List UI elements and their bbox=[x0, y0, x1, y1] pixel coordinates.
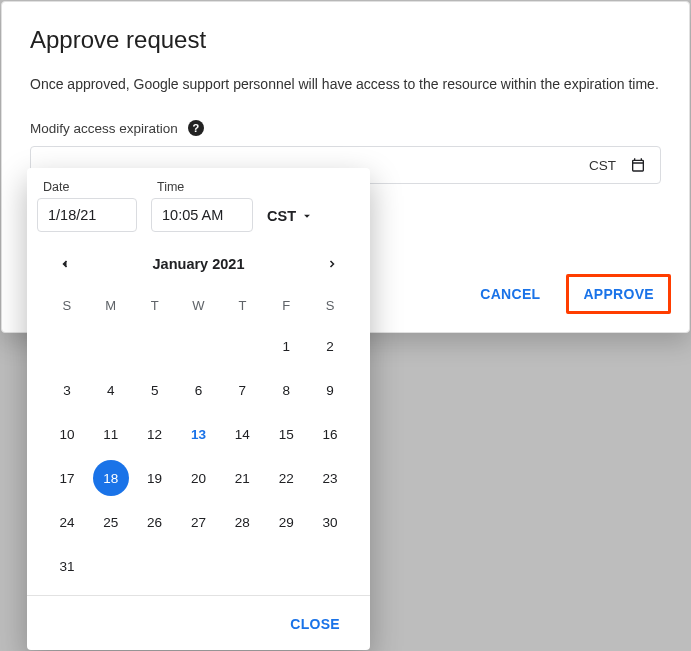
dialog-title: Approve request bbox=[30, 26, 661, 54]
chevron-left-icon bbox=[59, 258, 71, 270]
calendar-day[interactable]: 16 bbox=[308, 415, 352, 453]
date-input[interactable] bbox=[37, 198, 137, 232]
calendar-icon bbox=[630, 157, 646, 173]
calendar-day[interactable]: 8 bbox=[264, 371, 308, 409]
calendar-day[interactable]: 1 bbox=[264, 327, 308, 365]
time-input[interactable] bbox=[151, 198, 253, 232]
calendar-month-label: January 2021 bbox=[153, 256, 245, 272]
calendar-day[interactable]: 12 bbox=[133, 415, 177, 453]
calendar-day[interactable]: 10 bbox=[45, 415, 89, 453]
chevron-right-icon bbox=[326, 258, 338, 270]
chevron-down-icon bbox=[300, 209, 314, 223]
dialog-actions: CANCEL APPROVE bbox=[466, 274, 671, 314]
calendar-day[interactable]: 9 bbox=[308, 371, 352, 409]
cancel-button[interactable]: CANCEL bbox=[466, 274, 554, 314]
timezone-selector[interactable]: CST bbox=[267, 208, 314, 232]
modify-expiration-row: Modify access expiration ? bbox=[30, 120, 661, 136]
help-icon[interactable]: ? bbox=[188, 120, 204, 136]
calendar-empty-cell bbox=[89, 327, 133, 365]
calendar-empty-cell bbox=[177, 327, 221, 365]
next-month-button[interactable] bbox=[320, 252, 344, 276]
day-of-week-header: S bbox=[308, 290, 352, 321]
calendar-day[interactable]: 29 bbox=[264, 503, 308, 541]
calendar-day[interactable]: 30 bbox=[308, 503, 352, 541]
date-label: Date bbox=[37, 180, 137, 194]
calendar-day[interactable]: 18 bbox=[89, 459, 133, 497]
day-of-week-header: S bbox=[45, 290, 89, 321]
calendar-day[interactable]: 26 bbox=[133, 503, 177, 541]
calendar-day[interactable]: 7 bbox=[220, 371, 264, 409]
calendar-day[interactable]: 3 bbox=[45, 371, 89, 409]
time-label: Time bbox=[151, 180, 253, 194]
calendar-day[interactable]: 22 bbox=[264, 459, 308, 497]
calendar-day[interactable]: 17 bbox=[45, 459, 89, 497]
calendar-day[interactable]: 14 bbox=[220, 415, 264, 453]
calendar-day[interactable]: 4 bbox=[89, 371, 133, 409]
dialog-description: Once approved, Google support personnel … bbox=[30, 76, 661, 92]
calendar-grid: SMTWTFS123456789101112131415161718192021… bbox=[27, 282, 370, 595]
calendar-empty-cell bbox=[45, 327, 89, 365]
day-of-week-header: M bbox=[89, 290, 133, 321]
modify-expiration-label: Modify access expiration bbox=[30, 121, 178, 136]
calendar-day[interactable]: 13 bbox=[177, 415, 221, 453]
picker-footer: CLOSE bbox=[27, 595, 370, 651]
calendar-day[interactable]: 15 bbox=[264, 415, 308, 453]
close-button[interactable]: CLOSE bbox=[276, 606, 354, 642]
calendar-day[interactable]: 19 bbox=[133, 459, 177, 497]
calendar-day[interactable]: 21 bbox=[220, 459, 264, 497]
timezone-label: CST bbox=[267, 208, 296, 224]
calendar-day[interactable]: 24 bbox=[45, 503, 89, 541]
calendar-day[interactable]: 25 bbox=[89, 503, 133, 541]
calendar-header: January 2021 bbox=[27, 236, 370, 282]
calendar-empty-cell bbox=[133, 327, 177, 365]
calendar-empty-cell bbox=[220, 327, 264, 365]
calendar-day[interactable]: 20 bbox=[177, 459, 221, 497]
calendar-day[interactable]: 5 bbox=[133, 371, 177, 409]
time-field: Time bbox=[151, 180, 253, 232]
calendar-day[interactable]: 2 bbox=[308, 327, 352, 365]
datetime-picker: Date Time CST January 2021 SMTWTFS123456… bbox=[27, 168, 370, 650]
calendar-day[interactable]: 27 bbox=[177, 503, 221, 541]
day-of-week-header: F bbox=[264, 290, 308, 321]
calendar-day[interactable]: 23 bbox=[308, 459, 352, 497]
day-of-week-header: T bbox=[133, 290, 177, 321]
date-field: Date bbox=[37, 180, 137, 232]
calendar-day[interactable]: 28 bbox=[220, 503, 264, 541]
prev-month-button[interactable] bbox=[53, 252, 77, 276]
calendar-day[interactable]: 31 bbox=[45, 547, 89, 585]
day-of-week-header: W bbox=[177, 290, 221, 321]
calendar-day[interactable]: 11 bbox=[89, 415, 133, 453]
day-of-week-header: T bbox=[220, 290, 264, 321]
calendar-day[interactable]: 6 bbox=[177, 371, 221, 409]
approve-button[interactable]: APPROVE bbox=[566, 274, 671, 314]
datetime-tz: CST bbox=[589, 158, 616, 173]
picker-inputs: Date Time CST bbox=[27, 168, 370, 236]
